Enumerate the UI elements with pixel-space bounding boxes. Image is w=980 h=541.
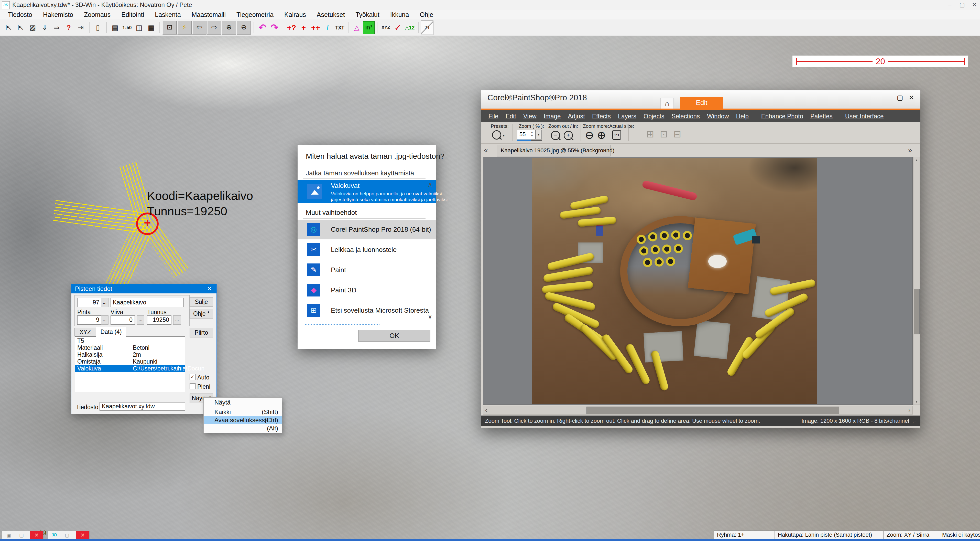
menu-palettes[interactable]: Palettes bbox=[807, 113, 836, 120]
piirto-button[interactable]: Piirto bbox=[189, 328, 213, 337]
close-button[interactable]: ✕ bbox=[969, 0, 980, 10]
menu-kairaus[interactable]: Kairaus bbox=[279, 10, 312, 19]
screen-left-icon[interactable]: ⇦ bbox=[192, 21, 207, 35]
viiva-field[interactable]: 0 bbox=[111, 316, 135, 325]
home-tab[interactable]: ⌂ bbox=[660, 98, 674, 109]
list-item[interactable]: Materiaali Betoni bbox=[75, 345, 185, 351]
vertical-scroll-thumb[interactable] bbox=[914, 289, 920, 334]
point-query-icon[interactable]: +? bbox=[286, 21, 298, 35]
file-forward-icon[interactable]: ⇥ bbox=[75, 21, 87, 35]
restore-icon[interactable]: ▢ bbox=[15, 532, 28, 538]
import-file-2-icon[interactable]: ⇱ bbox=[14, 21, 27, 35]
menu-objects[interactable]: Objects bbox=[640, 113, 668, 120]
print-icon[interactable]: ▤ bbox=[109, 21, 121, 35]
scroll-down-icon[interactable]: ▼ bbox=[913, 400, 920, 404]
area-icon[interactable]: m² bbox=[363, 21, 375, 34]
code-field[interactable]: 97 bbox=[77, 298, 102, 307]
tunnus-field[interactable]: 19250 bbox=[147, 316, 172, 325]
file-query-icon[interactable]: ? bbox=[63, 21, 75, 35]
horizontal-scrollbar[interactable]: ‹ › bbox=[483, 406, 913, 415]
tunnus-browse-button[interactable]: ... bbox=[173, 316, 181, 325]
menu-editointi[interactable]: Editointi bbox=[116, 10, 150, 19]
horizontal-scroll-thumb[interactable] bbox=[587, 407, 839, 414]
menu-tiegeometria[interactable]: Tiegeometria bbox=[231, 10, 279, 19]
resize-grip[interactable]: ⋰ bbox=[912, 415, 918, 426]
close-icon[interactable]: ✕ bbox=[205, 284, 214, 294]
attribute-list[interactable]: T5 Materiaali Betoni Halkaisija 2m Omist… bbox=[75, 337, 185, 392]
zoom-more-in-icon[interactable]: ⊕ bbox=[597, 130, 606, 140]
maximize-button[interactable]: ▢ bbox=[894, 93, 905, 103]
minimize-button[interactable]: – bbox=[944, 0, 955, 10]
undo-icon[interactable]: ↶ bbox=[256, 21, 269, 35]
zoom-dropdown-button[interactable]: ▾ bbox=[536, 130, 542, 139]
ctx-avaa-sovelluksessa[interactable]: Avaa sovelluksessa (Ctrl) bbox=[204, 416, 282, 424]
menu-edit[interactable]: Edit bbox=[502, 113, 520, 120]
close-window-button[interactable]: ✕ bbox=[30, 531, 43, 539]
list-item-selected[interactable]: Valokuva C:\Users\petri.kaihia\Docun bbox=[75, 365, 185, 372]
document-tab[interactable]: Kaapelikaivo 19025.jpg @ 55% (Background… bbox=[496, 145, 611, 156]
app-option-store[interactable]: ⊞ Etsi sovellusta Microsoft Storesta bbox=[298, 301, 436, 320]
actual-size-icon[interactable]: 1:1 bbox=[612, 130, 621, 140]
zoom-out-icon[interactable]: ⊖ bbox=[237, 21, 251, 35]
image-canvas[interactable] bbox=[483, 157, 913, 405]
import-file-icon[interactable]: ⇱ bbox=[3, 21, 14, 35]
restore-icon[interactable]: ▢ bbox=[60, 532, 73, 538]
line-edit-icon[interactable]: / bbox=[321, 21, 334, 35]
ctx-nayta[interactable]: Näytä bbox=[204, 398, 282, 407]
menu-asetukset[interactable]: Asetukset bbox=[312, 10, 350, 19]
fit-image-icon[interactable]: ⊞ bbox=[646, 129, 654, 140]
menu-laskenta[interactable]: Laskenta bbox=[150, 10, 186, 19]
app-option-valokuvat[interactable]: Valokuvat Valokuvia on helppo parannella… bbox=[298, 180, 436, 203]
ctx-kaikki[interactable]: Kaikki (Shift) bbox=[204, 408, 282, 416]
tiedosto-field[interactable]: Kaapelikaivot.xy.tdw bbox=[100, 402, 185, 411]
list-item[interactable]: Omistaja Kaupunki bbox=[75, 358, 185, 365]
viiva-browse-button[interactable]: ... bbox=[137, 316, 144, 325]
app-option-paint3d[interactable]: ◆ Paint 3D bbox=[298, 280, 436, 300]
spin-down-icon[interactable]: ▾ bbox=[529, 134, 535, 138]
menu-effects[interactable]: Effects bbox=[589, 113, 614, 120]
ohje-button[interactable]: Ohje * bbox=[189, 309, 213, 319]
zoom-spinner[interactable]: ▴ ▾ bbox=[529, 130, 535, 139]
export-file-icon[interactable]: ⇒ bbox=[51, 21, 63, 35]
code-browse-button[interactable]: ... bbox=[101, 298, 108, 307]
menu-zoomaus[interactable]: Zoomaus bbox=[78, 10, 116, 19]
app-option-snip[interactable]: ✂ Leikkaa ja luonnostele bbox=[298, 240, 436, 260]
window-layout-icon[interactable]: ◫ bbox=[133, 21, 145, 35]
zoom-slider[interactable] bbox=[517, 140, 542, 141]
menu-image[interactable]: Image bbox=[540, 113, 565, 120]
close-document-icon[interactable]: ✕ bbox=[603, 145, 607, 156]
close-button[interactable]: ✕ bbox=[906, 93, 917, 103]
active-file-icon[interactable]: ▯ bbox=[92, 21, 104, 35]
points-edit-icon[interactable]: ++ bbox=[310, 21, 321, 35]
zoom-presets-icon[interactable] bbox=[492, 130, 501, 140]
angle-calc-icon[interactable]: △ bbox=[351, 21, 363, 35]
profile-icon[interactable]: 21 bbox=[421, 21, 433, 35]
chevron-up-icon[interactable]: ∧ bbox=[428, 180, 433, 188]
minimize-button[interactable]: – bbox=[883, 93, 893, 103]
app-option-paint[interactable]: ✎ Paint bbox=[298, 260, 436, 280]
app-option-corel[interactable]: ◎ Corel PaintShop Pro 2018 (64-bit) bbox=[298, 220, 436, 239]
menu-enhance-photo[interactable]: Enhance Photo bbox=[758, 113, 807, 120]
minimized-window-bar[interactable]: ▣ ▢ ✕ bbox=[2, 531, 43, 539]
menu-ikkuna[interactable]: Ikkuna bbox=[385, 10, 415, 19]
menu-adjust[interactable]: Adjust bbox=[564, 113, 589, 120]
scroll-right-icon[interactable]: › bbox=[908, 406, 910, 414]
xyz-icon[interactable]: XYZ bbox=[380, 21, 392, 35]
menu-file[interactable]: File bbox=[485, 113, 502, 120]
zoom-fit-icon[interactable]: ⊡ bbox=[162, 21, 177, 35]
zoom-in-icon[interactable]: + bbox=[564, 131, 573, 140]
edit-tab[interactable]: Edit bbox=[680, 97, 723, 109]
scale-icon[interactable]: 1:50 bbox=[121, 21, 133, 35]
zoom-prev-icon[interactable]: ⚡ bbox=[177, 21, 192, 35]
menu-ohje[interactable]: Ohje bbox=[414, 10, 439, 19]
menu-view[interactable]: View bbox=[520, 113, 540, 120]
fit-both-icon[interactable]: ⊟ bbox=[673, 129, 681, 140]
fit-window-icon[interactable]: ⊡ bbox=[660, 129, 668, 140]
pinta-browse-button[interactable]: ... bbox=[101, 316, 108, 325]
minimized-window-bar[interactable]: 3D ▢ ✕ bbox=[48, 531, 89, 539]
zoom-more-out-icon[interactable]: ⊖ bbox=[585, 130, 594, 140]
chevron-down-icon[interactable]: ∨ bbox=[428, 312, 433, 320]
scroll-up-icon[interactable]: ▲ bbox=[913, 158, 920, 162]
pinta-field[interactable]: 9 bbox=[77, 316, 102, 325]
point-add-icon[interactable]: + bbox=[298, 21, 310, 35]
